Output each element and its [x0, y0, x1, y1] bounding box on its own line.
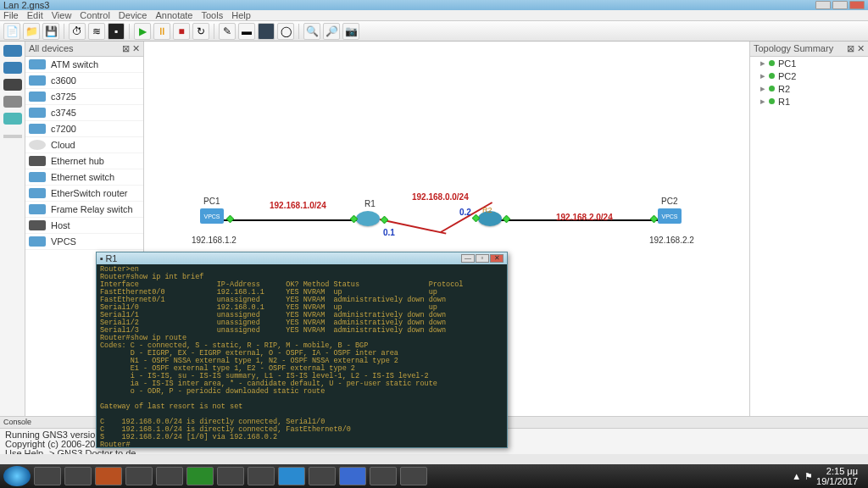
menu-bar: File Edit View Control Device Annotate T…	[0, 10, 868, 21]
add-note-button[interactable]: ✎	[219, 23, 236, 40]
terminal-body[interactable]: Router>en Router#show ip int brief Inter…	[97, 264, 507, 451]
topology-item[interactable]: ▸PC2	[750, 69, 868, 82]
stop-all-button[interactable]: ■	[173, 23, 190, 40]
taskbar-item[interactable]	[95, 467, 122, 485]
terminal-window[interactable]: ▪ R1 — ▫ ✕ Router>en Router#show ip int …	[96, 252, 508, 448]
taskbar-item[interactable]	[339, 467, 366, 485]
open-project-button[interactable]: 📁	[23, 23, 40, 40]
minimize-button[interactable]	[815, 1, 831, 9]
menu-device[interactable]: Device	[119, 10, 147, 20]
show-labels-button[interactable]: ≋	[88, 23, 105, 40]
taskbar-item[interactable]	[34, 467, 61, 485]
menu-tools[interactable]: Tools	[202, 10, 224, 20]
topology-item[interactable]: ▸R1	[750, 95, 868, 108]
draw-ellipse-button[interactable]: ◯	[277, 23, 294, 40]
device-label: c3745	[51, 108, 76, 118]
devices-panel-title: All devices	[29, 43, 74, 54]
device-label: ATM switch	[51, 59, 98, 69]
device-cloud[interactable]: Cloud	[25, 137, 143, 153]
device-label: Cloud	[51, 140, 75, 150]
r1-label: R1	[364, 199, 376, 208]
taskbar-item[interactable]	[217, 467, 244, 485]
menu-help[interactable]: Help	[231, 10, 251, 20]
panel-close-icon[interactable]: ⊠ ✕	[847, 43, 865, 54]
topology-panel-header: Topology Summary ⊠ ✕	[750, 42, 868, 57]
menu-control[interactable]: Control	[80, 10, 109, 20]
zoom-out-button[interactable]: 🔎	[323, 23, 340, 40]
node-pc1[interactable]: PC1 VPCS 192.168.1.2	[200, 208, 224, 224]
taskbar-item[interactable]	[248, 467, 275, 485]
system-tray[interactable]: ▲ ⚑ 2:15 μμ 19/1/2017	[792, 466, 865, 486]
tray-icon[interactable]: ▲	[792, 471, 801, 481]
device-etherswitch-router[interactable]: EtherSwitch router	[25, 186, 143, 202]
taskbar-item[interactable]	[186, 467, 214, 485]
switches-category[interactable]	[3, 62, 22, 74]
status-dot-icon	[769, 60, 775, 66]
topology-item[interactable]: ▸R2	[750, 82, 868, 95]
window-titlebar: Lan 2.gns3	[0, 0, 868, 10]
insert-image-button[interactable]: ▬	[238, 23, 255, 40]
end-devices-category[interactable]	[3, 79, 22, 91]
port-dot	[226, 215, 235, 224]
console-all-button[interactable]: ▪	[108, 23, 125, 40]
node-pc2[interactable]: PC2 VPCS 192.168.2.2	[658, 208, 682, 224]
device-ethernet-hub[interactable]: Ethernet hub	[25, 153, 143, 169]
security-devices-category[interactable]	[3, 96, 22, 108]
terminal-titlebar[interactable]: ▪ R1 — ▫ ✕	[97, 252, 507, 264]
start-button[interactable]	[3, 466, 31, 486]
node-r2[interactable]: R2	[478, 211, 502, 226]
panel-close-icon[interactable]: ⊠ ✕	[122, 43, 140, 54]
tray-icon[interactable]: ⚑	[804, 471, 813, 482]
taskbar-item[interactable]	[370, 467, 397, 485]
taskbar-item[interactable]	[309, 467, 336, 485]
screenshot-button[interactable]: 📷	[342, 23, 359, 40]
save-project-button[interactable]: 💾	[42, 23, 59, 40]
topology-item-label: R1	[778, 97, 790, 107]
terminal-maximize-button[interactable]: ▫	[476, 254, 489, 263]
status-dot-icon	[769, 86, 775, 92]
menu-view[interactable]: View	[52, 10, 72, 20]
start-all-button[interactable]: ▶	[134, 23, 151, 40]
all-devices-category[interactable]	[3, 113, 22, 125]
device-category-bar	[0, 42, 25, 416]
r2-label: R2	[482, 206, 492, 214]
taskbar-item[interactable]	[64, 467, 92, 485]
new-project-button[interactable]: 📄	[3, 23, 20, 40]
draw-rect-button[interactable]	[258, 23, 275, 40]
link-r2-pc2-label: 192.168.2.0/24	[556, 213, 613, 222]
device-c3600[interactable]: c3600	[25, 73, 143, 89]
device-c3745[interactable]: c3745	[25, 105, 143, 121]
terminal-minimize-button[interactable]: —	[461, 254, 475, 263]
routers-category[interactable]	[3, 45, 22, 57]
topology-item-label: PC2	[778, 71, 796, 81]
device-ethernet-switch[interactable]: Ethernet switch	[25, 169, 143, 186]
taskbar-item[interactable]	[400, 467, 427, 485]
topology-item-label: PC1	[778, 58, 796, 69]
add-link-category[interactable]	[3, 135, 22, 138]
device-atm-switch[interactable]: ATM switch	[25, 57, 143, 73]
device-vpcs[interactable]: VPCS	[25, 234, 143, 250]
maximize-button[interactable]	[832, 1, 848, 9]
taskbar-item[interactable]	[156, 467, 183, 485]
terminal-close-button[interactable]: ✕	[490, 254, 504, 263]
tray-date: 19/1/2017	[816, 476, 858, 486]
menu-annotate[interactable]: Annotate	[155, 10, 192, 20]
zoom-in-button[interactable]: 🔍	[303, 23, 320, 40]
r2-serial-label: 0.2	[459, 208, 471, 217]
menu-file[interactable]: File	[3, 10, 19, 20]
devices-panel-header: All devices ⊠ ✕	[25, 42, 143, 57]
close-button[interactable]	[849, 1, 865, 9]
menu-edit[interactable]: Edit	[27, 10, 43, 20]
topology-item[interactable]: ▸PC1	[750, 57, 868, 69]
taskbar-item[interactable]	[278, 467, 305, 485]
device-c7200[interactable]: c7200	[25, 121, 143, 137]
taskbar-item[interactable]	[125, 467, 153, 485]
snapshot-button[interactable]: ⏱	[69, 23, 86, 40]
reload-all-button[interactable]: ↻	[192, 23, 209, 40]
device-host[interactable]: Host	[25, 218, 143, 234]
node-r1[interactable]: R1	[356, 211, 380, 226]
device-c3725[interactable]: c3725	[25, 89, 143, 105]
device-frame-relay-switch[interactable]: Frame Relay switch	[25, 202, 143, 218]
port-dot	[381, 216, 389, 225]
pause-all-button[interactable]: ⏸	[153, 23, 170, 40]
